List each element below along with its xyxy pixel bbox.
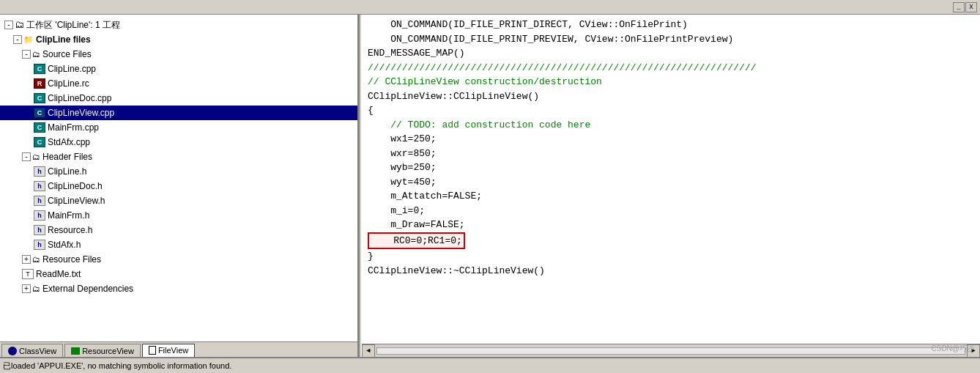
file-tree[interactable]: - 🗂 工作区 'ClipLine': 1 工程 - 📁 ClipLine fi… bbox=[0, 15, 357, 341]
tree-clipline-rc[interactable]: R ClipLine.rc bbox=[0, 76, 357, 91]
status-bar: 已loaded 'APPUI.EXE', no matching symboli… bbox=[0, 357, 980, 373]
tree-stdafx-h[interactable]: h StdAfx.h bbox=[0, 237, 357, 252]
code-line: wx1=250; bbox=[368, 132, 974, 147]
code-line: // CClipLineView construction/destructio… bbox=[368, 75, 974, 89]
fileview-label: FileView bbox=[158, 346, 188, 355]
expand-resource[interactable]: + bbox=[22, 255, 31, 264]
tree-header-files[interactable]: - 🗂 Header Files bbox=[0, 149, 357, 164]
h-icon-6: h bbox=[34, 239, 45, 251]
code-line: m_i=0; bbox=[368, 204, 974, 218]
classview-icon bbox=[8, 347, 17, 355]
clipline-files-label: ClipLine files bbox=[36, 33, 91, 46]
clipline-cpp-label: ClipLine.cpp bbox=[48, 62, 96, 75]
tab-fileview[interactable]: FileView bbox=[142, 344, 195, 357]
status-text: 已loaded 'APPUI.EXE', no matching symboli… bbox=[3, 361, 231, 372]
h-icon-5: h bbox=[34, 224, 45, 236]
tree-stdafx-cpp[interactable]: C StdAfx.cpp bbox=[0, 135, 357, 149]
right-panel: ON_COMMAND(ID_FILE_PRINT_DIRECT, CView::… bbox=[362, 15, 980, 357]
tree-clipline-files[interactable]: - 📁 ClipLine files bbox=[0, 32, 357, 47]
left-panel: - 🗂 工作区 'ClipLine': 1 工程 - 📁 ClipLine fi… bbox=[0, 15, 359, 357]
h-icon-1: h bbox=[34, 166, 45, 177]
tab-bar: ClassView ResourceView FileView bbox=[0, 341, 357, 357]
tree-mainfrm-h[interactable]: h MainFrm.h bbox=[0, 208, 357, 223]
code-line: CClipLineView::~CClipLineView() bbox=[368, 264, 974, 278]
clipline-h-label: ClipLine.h bbox=[48, 165, 86, 178]
watermark: CSDN@巧沙 bbox=[932, 344, 975, 354]
tree-readme[interactable]: T ReadMe.txt bbox=[0, 267, 357, 281]
rc-icon: R bbox=[34, 78, 45, 89]
tree-resource-files[interactable]: + 🗂 Resource Files bbox=[0, 252, 357, 267]
code-line: // TODO: add construction code here bbox=[368, 118, 974, 133]
tree-root: - 🗂 工作区 'ClipLine': 1 工程 bbox=[0, 18, 357, 32]
tree-cliplinedoc-cpp[interactable]: C ClipLineDoc.cpp bbox=[0, 91, 357, 106]
close-button[interactable]: X bbox=[965, 2, 977, 12]
tree-clipline-h[interactable]: h ClipLine.h bbox=[0, 164, 357, 179]
source-files-label: Source Files bbox=[42, 48, 92, 61]
tab-classview[interactable]: ClassView bbox=[1, 344, 63, 357]
expand-clipline[interactable]: - bbox=[13, 35, 22, 44]
code-line: m_Attatch=FALSE; bbox=[368, 189, 974, 204]
code-editor[interactable]: ON_COMMAND(ID_FILE_PRINT_DIRECT, CView::… bbox=[362, 15, 980, 344]
resourceview-label: ResourceView bbox=[82, 347, 134, 355]
h-icon-3: h bbox=[34, 195, 45, 207]
header-files-label: Header Files bbox=[42, 150, 92, 163]
title-bar: _ X bbox=[0, 0, 980, 15]
tree-external-dep[interactable]: + 🗂 External Dependencies bbox=[0, 281, 357, 296]
code-line: wxr=850; bbox=[368, 147, 974, 161]
code-line: ON_COMMAND(ID_FILE_PRINT_DIRECT, CView::… bbox=[368, 18, 974, 32]
cpp-icon-4: C bbox=[34, 122, 45, 133]
classview-label: ClassView bbox=[19, 347, 56, 355]
h-icon-2: h bbox=[34, 180, 45, 192]
tab-resourceview[interactable]: ResourceView bbox=[64, 344, 141, 357]
minimize-button[interactable]: _ bbox=[953, 2, 965, 12]
code-line: wyb=250; bbox=[368, 160, 974, 175]
tree-clipline-cpp[interactable]: C ClipLine.cpp bbox=[0, 62, 357, 76]
code-line: { bbox=[368, 103, 974, 118]
resourceview-icon bbox=[71, 347, 80, 355]
scroll-track[interactable] bbox=[376, 347, 965, 355]
code-line: RC0=0;RC1=0; bbox=[368, 232, 974, 250]
tree-cliplinedoc-h[interactable]: h ClipLineDoc.h bbox=[0, 179, 357, 193]
code-line: CClipLineView::CClipLineView() bbox=[368, 89, 974, 104]
cpp-icon: C bbox=[34, 63, 45, 75]
highlighted-code: RC0=0;RC1=0; bbox=[368, 232, 465, 250]
readme-label: ReadMe.txt bbox=[36, 267, 81, 281]
code-line: } bbox=[368, 249, 974, 264]
h-icon-4: h bbox=[34, 210, 45, 221]
code-line: END_MESSAGE_MAP() bbox=[368, 46, 974, 61]
clipline-rc-label: ClipLine.rc bbox=[48, 77, 89, 90]
tree-source-files[interactable]: - 🗂 Source Files bbox=[0, 47, 357, 62]
code-line: m_Draw=FALSE; bbox=[368, 218, 974, 232]
tree-cliplineview-h[interactable]: h ClipLineView.h bbox=[0, 193, 357, 208]
horizontal-scrollbar[interactable]: ◄ ► bbox=[362, 344, 980, 357]
stdafx-h-label: StdAfx.h bbox=[48, 238, 81, 251]
cliplinedoc-cpp-label: ClipLineDoc.cpp bbox=[48, 92, 111, 105]
cpp-icon-5: C bbox=[34, 136, 45, 148]
cliplinedoc-h-label: ClipLineDoc.h bbox=[48, 180, 103, 193]
resource-h-label: Resource.h bbox=[48, 224, 92, 237]
cpp-icon-2: C bbox=[34, 92, 45, 104]
expand-source[interactable]: - bbox=[22, 50, 31, 59]
tree-mainfrm-cpp[interactable]: C MainFrm.cpp bbox=[0, 120, 357, 135]
tree-cliplineview-cpp[interactable]: C ClipLineView.cpp bbox=[0, 106, 357, 120]
cpp-icon-3: C bbox=[34, 107, 45, 119]
tree-resource-h[interactable]: h Resource.h bbox=[0, 223, 357, 237]
expand-header[interactable]: - bbox=[22, 152, 31, 161]
resource-files-label: Resource Files bbox=[42, 253, 101, 266]
cliplineview-h-label: ClipLineView.h bbox=[48, 194, 105, 207]
tree-root-label: 工作区 'ClipLine': 1 工程 bbox=[26, 18, 120, 32]
code-line: wyt=450; bbox=[368, 175, 974, 190]
fileview-icon bbox=[149, 346, 156, 355]
expand-root[interactable]: - bbox=[4, 21, 13, 29]
code-line: ////////////////////////////////////////… bbox=[368, 61, 974, 75]
scroll-left-arrow[interactable]: ◄ bbox=[362, 344, 375, 358]
txt-icon: T bbox=[22, 268, 34, 280]
mainfrm-h-label: MainFrm.h bbox=[48, 209, 89, 222]
cliplineview-cpp-label: ClipLineView.cpp bbox=[48, 106, 114, 119]
mainfrm-cpp-label: MainFrm.cpp bbox=[48, 121, 99, 134]
expand-external[interactable]: + bbox=[22, 284, 31, 293]
code-line: ON_COMMAND(ID_FILE_PRINT_PREVIEW, CView:… bbox=[368, 32, 974, 47]
stdafx-cpp-label: StdAfx.cpp bbox=[48, 136, 90, 149]
external-dep-label: External Dependencies bbox=[42, 282, 133, 295]
